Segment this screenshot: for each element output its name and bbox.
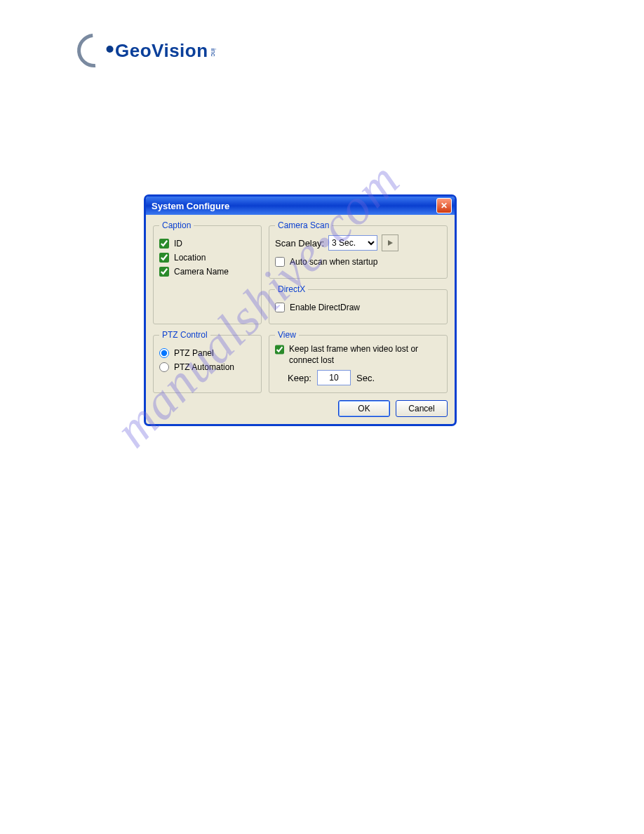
ptz-panel-radio[interactable]: [159, 348, 169, 358]
keep-unit: Sec.: [356, 373, 375, 383]
enable-directdraw-label: Enable DirectDraw: [290, 303, 360, 312]
camerascan-legend: Camera Scan: [275, 220, 332, 230]
brand-logo: GeoVision inc: [77, 34, 217, 67]
scan-delay-select[interactable]: 3 Sec.: [328, 235, 377, 251]
ptz-control-group: PTZ Control PTZ Panel PTZ Automation: [153, 330, 262, 393]
enable-directdraw-checkbox[interactable]: [275, 303, 285, 312]
ok-button[interactable]: OK: [338, 400, 390, 417]
camera-name-label: Camera Name: [174, 267, 229, 277]
dialog-title: System Configure: [152, 201, 229, 211]
autoscan-checkbox[interactable]: [275, 257, 285, 267]
directx-group: DirectX Enable DirectDraw: [269, 284, 448, 324]
camera-scan-group: Camera Scan Scan Delay: 3 Sec. Auto scan…: [269, 220, 448, 279]
directx-legend: DirectX: [275, 284, 308, 294]
location-label: Location: [174, 253, 206, 263]
autoscan-label: Auto scan when startup: [290, 257, 377, 267]
view-group: View Keep last frame when video lost or …: [269, 330, 448, 393]
close-button[interactable]: ✕: [436, 198, 452, 213]
svg-marker-0: [388, 240, 393, 246]
dialog-button-row: OK Cancel: [153, 400, 448, 417]
ptz-automation-label: PTZ Automation: [174, 362, 234, 372]
id-checkbox[interactable]: [159, 239, 169, 249]
logo-text: GeoVision: [115, 40, 208, 62]
scan-play-button[interactable]: [382, 234, 398, 251]
caption-group: Caption ID Location Camera Name: [153, 220, 262, 324]
close-icon: ✕: [441, 201, 448, 211]
id-label: ID: [174, 239, 182, 249]
cancel-button[interactable]: Cancel: [396, 400, 448, 417]
view-legend: View: [275, 330, 299, 340]
play-icon: [387, 239, 394, 246]
keeplast-label: Keep last frame when video lost or conne…: [289, 344, 441, 366]
keeplast-checkbox[interactable]: [275, 345, 284, 355]
ptz-automation-radio[interactable]: [159, 362, 169, 372]
keep-label: Keep:: [288, 373, 311, 383]
ptz-legend: PTZ Control: [159, 330, 210, 340]
caption-legend: Caption: [159, 220, 194, 230]
logo-dot-icon: [107, 46, 114, 53]
logo-inc: inc: [210, 48, 217, 57]
camera-name-checkbox[interactable]: [159, 267, 169, 277]
location-checkbox[interactable]: [159, 253, 169, 263]
ptz-panel-label: PTZ Panel: [174, 348, 214, 358]
titlebar[interactable]: System Configure ✕: [146, 197, 455, 215]
scan-delay-label: Scan Delay:: [275, 238, 324, 249]
keep-value-input[interactable]: [317, 370, 351, 385]
logo-crescent-icon: [70, 27, 118, 74]
system-configure-dialog: System Configure ✕ Caption ID Location C…: [145, 195, 456, 425]
